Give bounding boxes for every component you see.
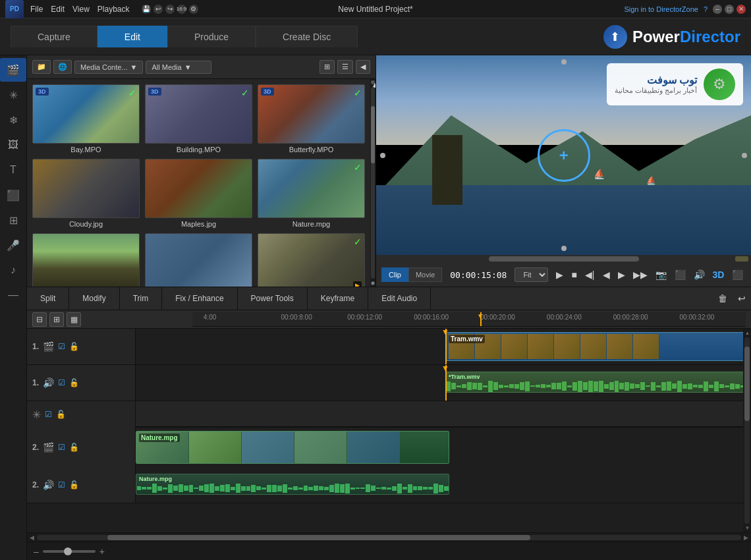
timeline-scrollbar-h[interactable]: ◀ ▶ [27, 532, 751, 542]
media-item[interactable]: Cloudy.jpg [32, 159, 140, 228]
frame-button[interactable]: ⬛ [672, 267, 688, 283]
media-item[interactable]: 3D ✓ Butterfly.MPO [258, 84, 365, 154]
close-button[interactable]: ✕ [737, 5, 746, 14]
scroll-thumb[interactable] [371, 106, 375, 163]
tab-split[interactable]: Split [27, 287, 69, 310]
sidebar-voice-icon[interactable]: 🎤 [0, 233, 26, 257]
prev-frame-button[interactable]: ◀ [600, 267, 613, 283]
effects-lock-toggle[interactable]: 🔓 [56, 410, 66, 419]
track-lock-toggle[interactable]: 🔓 [69, 378, 79, 387]
scroll-down-icon[interactable]: ▼ [744, 525, 750, 531]
track-lock-toggle[interactable]: 🔓 [69, 443, 79, 452]
help-icon[interactable]: ? [704, 5, 708, 13]
track-clip-nature-video[interactable]: Nature.mpg [136, 431, 449, 464]
h-scroll-thumb[interactable] [107, 535, 530, 540]
track-clip-tram-audio[interactable]: *Tram.wmv // Generate wave bars inline f… [445, 372, 751, 393]
tab-create-disc[interactable]: Create Disc [256, 26, 358, 47]
zoom-out-button[interactable]: – [32, 545, 40, 558]
toolbar-redo-icon[interactable]: ↪ [165, 5, 175, 14]
timeline-btn-2[interactable]: ⊞ [49, 312, 64, 327]
media-item[interactable]: Shipping... [145, 233, 252, 287]
maximize-button[interactable]: □ [725, 5, 734, 14]
preview-scrollbar-thumb[interactable] [489, 256, 639, 262]
track-visibility-toggle[interactable]: ☑ [58, 342, 65, 351]
sidebar-overlay-icon[interactable]: ⬛ [0, 183, 26, 207]
tab-fix-enhance[interactable]: Fix / Enhance [162, 287, 237, 310]
zoom-thumb[interactable] [64, 547, 72, 555]
sidebar-title-icon[interactable]: T [0, 158, 26, 182]
sidebar-pip-icon[interactable]: 🖼 [0, 133, 26, 157]
toolbar-aspect-icon[interactable]: 16:9 [177, 5, 186, 14]
snapshot-button[interactable]: 📷 [653, 267, 669, 283]
media-item[interactable]: ✓ Nature.mpg [258, 159, 365, 228]
handle-top[interactable] [561, 59, 567, 65]
handle-left[interactable] [380, 153, 385, 158]
play-button[interactable]: ▶ [553, 267, 566, 283]
grid-view-button[interactable]: ⊞ [320, 60, 335, 74]
sidebar-subtitle-icon[interactable]: — [0, 283, 26, 307]
timeline-btn-1[interactable]: ⊟ [32, 312, 47, 327]
media-item[interactable]: 3D ✓ Building.MPO [145, 84, 252, 154]
sign-in-link[interactable]: Sign in to DirectorZone [624, 5, 698, 13]
track-lock-toggle[interactable]: 🔓 [69, 342, 79, 351]
scroll-right-arrow[interactable]: ▶ [744, 534, 748, 541]
handle-right[interactable] [742, 153, 747, 158]
timeline-btn-3[interactable]: ▦ [67, 312, 81, 327]
handle-bottom[interactable] [561, 246, 567, 251]
scroll-up-icon[interactable]: ▲ [744, 330, 750, 336]
sidebar-music-icon[interactable]: ♪ [0, 258, 26, 282]
menu-playback[interactable]: Playback [97, 5, 130, 14]
content-type-dropdown[interactable]: Media Conte... ▼ [74, 61, 143, 74]
tab-produce[interactable]: Produce [167, 26, 256, 47]
step-back-button[interactable]: ◀| [582, 267, 598, 283]
delete-clip-button[interactable]: 🗑 [713, 291, 733, 306]
folder-button[interactable]: 📁 [32, 60, 51, 74]
zoom-in-button[interactable]: + [98, 545, 106, 558]
undo-button[interactable]: ↩ [733, 291, 751, 306]
3d-button[interactable]: 3D [710, 267, 727, 283]
list-view-button[interactable]: ☰ [337, 60, 353, 74]
scroll-up-arrow[interactable]: ▲ [371, 80, 375, 84]
filter-dropdown[interactable]: All Media ▼ [146, 61, 211, 74]
volume-button[interactable]: 🔊 [691, 267, 708, 283]
tab-trim[interactable]: Trim [120, 287, 163, 310]
media-item[interactable]: ✓ ▶ Tram... [258, 233, 365, 287]
zoom-slider[interactable] [43, 550, 96, 553]
sidebar-media-icon[interactable]: 🎬 [0, 58, 26, 82]
tab-power-tools[interactable]: Power Tools [238, 287, 308, 310]
track-clip-nature-audio[interactable]: Nature.mpg for(let i=0;i<60;i++){ docume… [136, 474, 449, 495]
timeline-scrollbar-v[interactable]: ▲ ▼ [743, 329, 751, 532]
track-visibility-toggle[interactable]: ☑ [58, 378, 65, 387]
menu-edit[interactable]: Edit [51, 5, 65, 14]
scroll-thumb-v[interactable] [744, 347, 750, 421]
next-frame-button[interactable]: ▶ [615, 267, 628, 283]
media-scrollbar[interactable]: ▲ ▼ [370, 79, 376, 287]
clip-tab[interactable]: Clip [381, 267, 408, 282]
toolbar-undo-icon[interactable]: ↩ [153, 5, 163, 14]
media-item[interactable]: Maples.jpg [145, 159, 252, 228]
tab-capture[interactable]: Capture [11, 26, 97, 47]
track-lock-toggle[interactable]: 🔓 [69, 480, 79, 490]
media-item[interactable]: 3D ✓ Bay.MPO [32, 84, 140, 154]
stop-button[interactable]: ■ [569, 267, 579, 283]
sidebar-transitions-icon[interactable]: ❄ [0, 108, 26, 132]
menu-file[interactable]: File [30, 5, 43, 14]
track-visibility-toggle[interactable]: ☑ [58, 443, 65, 452]
track-visibility-toggle[interactable]: ☑ [58, 480, 65, 490]
sidebar-chapter-icon[interactable]: ⊞ [0, 208, 26, 232]
effects-visibility-toggle[interactable]: ☑ [45, 410, 52, 419]
globe-button[interactable]: 🌐 [53, 60, 72, 74]
output-settings-button[interactable]: ⬛ [729, 267, 746, 283]
scroll-left-arrow[interactable]: ◀ [30, 534, 34, 541]
menu-view[interactable]: View [72, 5, 90, 14]
scroll-down-arrow[interactable]: ▼ [371, 281, 375, 285]
preview-scrollbar[interactable] [376, 255, 751, 263]
tab-edit-audio[interactable]: Edit Audio [368, 287, 431, 310]
minimize-button[interactable]: – [713, 5, 722, 14]
toolbar-settings-icon[interactable]: ⚙ [189, 5, 198, 14]
fast-forward-button[interactable]: ▶▶ [630, 267, 650, 283]
media-item[interactable]: Road... [32, 233, 140, 287]
sidebar-effects-icon[interactable]: ✳ [0, 83, 26, 107]
tab-keyframe[interactable]: Keyframe [308, 287, 368, 310]
fit-dropdown[interactable]: Fit [515, 267, 548, 282]
